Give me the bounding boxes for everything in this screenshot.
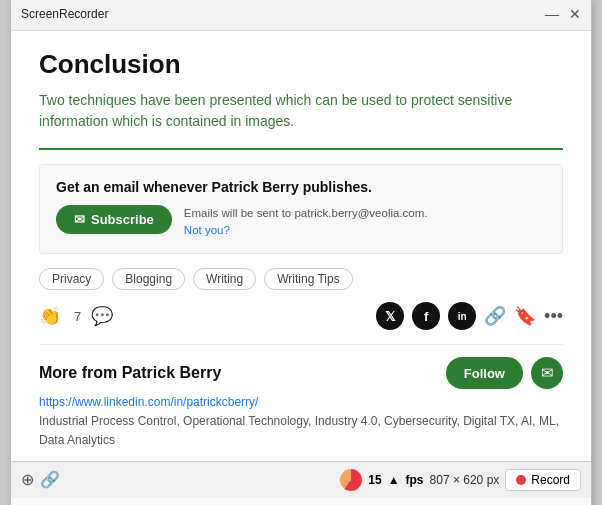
- more-icon[interactable]: •••: [544, 306, 563, 327]
- taskbar: ⊕ 🔗 15 ▲ fps 807 × 620 px Record: [11, 461, 591, 497]
- author-link[interactable]: https://www.linkedin.com/in/patrickcberr…: [39, 395, 563, 409]
- not-you-link[interactable]: Not you?: [184, 224, 230, 236]
- mail-icon: ✉: [74, 212, 85, 227]
- more-header: More from Patrick Berry Follow ✉: [39, 357, 563, 389]
- tag-writing[interactable]: Writing: [193, 268, 256, 290]
- taskbar-left: ⊕ 🔗: [21, 470, 60, 489]
- subscribe-row: ✉ Subscribe Emails will be sent to patri…: [56, 205, 546, 240]
- screen-recorder-window: ScreenRecorder — ✕ Conclusion Two techni…: [10, 0, 592, 505]
- actions-right: 𝕏 f in 🔗 🔖 •••: [376, 302, 563, 330]
- comment-icon[interactable]: 💬: [91, 305, 113, 327]
- resolution-display: 807 × 620 px: [430, 473, 500, 487]
- close-button[interactable]: ✕: [569, 7, 581, 21]
- section-divider: [39, 148, 563, 150]
- article-body: Two techniques have been presented which…: [39, 90, 563, 132]
- record-label: Record: [531, 473, 570, 487]
- subscribe-button-label: Subscribe: [91, 212, 154, 227]
- actions-left: 👏 7 💬: [39, 305, 113, 327]
- email-info: Emails will be sent to patrick.berry@veo…: [184, 205, 428, 240]
- fps-value: 15: [368, 473, 381, 487]
- tag-writing-tips[interactable]: Writing Tips: [264, 268, 352, 290]
- taskbar-icon-1[interactable]: ⊕: [21, 470, 34, 489]
- bookmark-icon[interactable]: 🔖: [514, 305, 536, 327]
- actions-row: 👏 7 💬 𝕏 f in 🔗 🔖 •••: [39, 302, 563, 330]
- fps-label: fps: [406, 473, 424, 487]
- window-controls: — ✕: [545, 7, 581, 21]
- title-bar: ScreenRecorder — ✕: [11, 0, 591, 31]
- taskbar-right: 15 ▲ fps 807 × 620 px Record: [340, 469, 581, 491]
- tag-privacy[interactable]: Privacy: [39, 268, 104, 290]
- article-heading: Conclusion: [39, 49, 563, 80]
- more-section: More from Patrick Berry Follow ✉ https:/…: [39, 344, 563, 449]
- record-button[interactable]: Record: [505, 469, 581, 491]
- tag-blogging[interactable]: Blogging: [112, 268, 185, 290]
- email-info-text: Emails will be sent to patrick.berry@veo…: [184, 207, 428, 219]
- minimize-button[interactable]: —: [545, 7, 559, 21]
- window-title: ScreenRecorder: [21, 7, 108, 21]
- subscribe-title: Get an email whenever Patrick Berry publ…: [56, 179, 546, 195]
- record-dot: [516, 475, 526, 485]
- fps-unit: ▲: [388, 473, 400, 487]
- author-desc: Industrial Process Control, Operational …: [39, 414, 559, 447]
- twitter-icon[interactable]: 𝕏: [376, 302, 404, 330]
- article-content: Conclusion Two techniques have been pres…: [11, 31, 591, 461]
- subscribe-button[interactable]: ✉ Subscribe: [56, 205, 172, 234]
- more-title: More from Patrick Berry: [39, 364, 221, 382]
- tags-row: Privacy Blogging Writing Writing Tips: [39, 268, 563, 290]
- link-icon[interactable]: 🔗: [484, 305, 506, 327]
- clap-icon[interactable]: 👏: [39, 305, 61, 327]
- follow-button[interactable]: Follow: [446, 357, 523, 389]
- fps-indicator: [340, 469, 362, 491]
- facebook-icon[interactable]: f: [412, 302, 440, 330]
- bottom-bar: Published in Towards Data Science · Sep …: [11, 497, 591, 505]
- more-buttons: Follow ✉: [446, 357, 563, 389]
- linkedin-icon[interactable]: in: [448, 302, 476, 330]
- message-button[interactable]: ✉: [531, 357, 563, 389]
- subscribe-box: Get an email whenever Patrick Berry publ…: [39, 164, 563, 255]
- taskbar-icon-2[interactable]: 🔗: [40, 470, 60, 489]
- clap-count: 7: [74, 309, 81, 324]
